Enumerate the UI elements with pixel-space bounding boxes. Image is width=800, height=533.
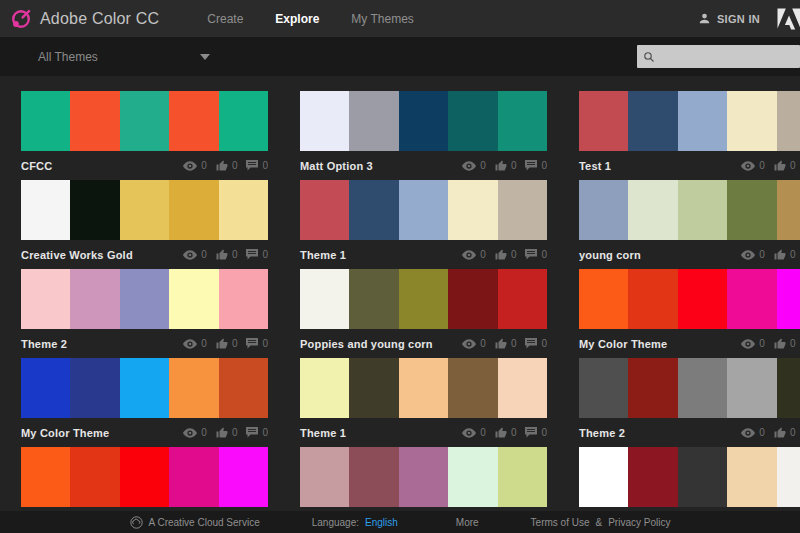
- color-swatch[interactable]: [349, 358, 398, 418]
- color-swatch[interactable]: [219, 269, 268, 329]
- color-swatch[interactable]: [169, 269, 218, 329]
- likes-stat[interactable]: 0: [216, 249, 238, 261]
- color-swatch[interactable]: [498, 91, 547, 151]
- theme-card[interactable]: Creative Works Gold 0 0: [21, 180, 268, 269]
- color-swatch[interactable]: [399, 269, 448, 329]
- theme-name[interactable]: My Color Theme: [21, 427, 109, 439]
- color-swatch[interactable]: [120, 91, 169, 151]
- theme-card[interactable]: Theme 1 0 0: [300, 358, 547, 447]
- color-swatch[interactable]: [448, 358, 497, 418]
- color-swatch[interactable]: [70, 91, 119, 151]
- color-swatch[interactable]: [448, 269, 497, 329]
- color-swatch[interactable]: [169, 180, 218, 240]
- color-swatch[interactable]: [21, 91, 70, 151]
- likes-stat[interactable]: 0: [774, 427, 796, 439]
- likes-stat[interactable]: 0: [495, 249, 517, 261]
- theme-name[interactable]: Poppies and young corn: [300, 338, 433, 350]
- more-link[interactable]: More: [456, 517, 479, 528]
- color-swatch[interactable]: [300, 269, 349, 329]
- likes-stat[interactable]: 0: [216, 427, 238, 439]
- privacy-policy-link[interactable]: Privacy Policy: [608, 517, 670, 528]
- color-swatch[interactable]: [777, 447, 800, 507]
- color-swatch[interactable]: [777, 269, 800, 329]
- likes-stat[interactable]: 0: [774, 160, 796, 172]
- color-swatch[interactable]: [628, 269, 677, 329]
- color-swatch[interactable]: [777, 358, 800, 418]
- theme-name[interactable]: My Color Theme: [579, 338, 667, 350]
- color-swatch[interactable]: [399, 91, 448, 151]
- brand[interactable]: Adobe Color CC: [10, 8, 159, 30]
- nav-my-themes[interactable]: My Themes: [351, 12, 413, 26]
- theme-name[interactable]: Theme 2: [21, 338, 67, 350]
- comments-stat[interactable]: 0: [246, 249, 268, 260]
- search-input[interactable]: [659, 51, 779, 63]
- likes-stat[interactable]: 0: [774, 338, 796, 350]
- color-swatch[interactable]: [300, 91, 349, 151]
- color-swatch[interactable]: [498, 358, 547, 418]
- language-value-link[interactable]: English: [365, 517, 398, 528]
- color-swatch[interactable]: [727, 91, 776, 151]
- theme-name[interactable]: Creative Works Gold: [21, 249, 133, 261]
- color-swatch[interactable]: [727, 358, 776, 418]
- likes-stat[interactable]: 0: [495, 338, 517, 350]
- comments-stat[interactable]: 0: [525, 160, 547, 171]
- comments-stat[interactable]: 0: [246, 338, 268, 349]
- theme-name[interactable]: young corn: [579, 249, 641, 261]
- color-swatch[interactable]: [120, 269, 169, 329]
- color-swatch[interactable]: [399, 358, 448, 418]
- color-swatch[interactable]: [120, 180, 169, 240]
- color-swatch[interactable]: [70, 447, 119, 507]
- color-swatch[interactable]: [727, 269, 776, 329]
- theme-card[interactable]: My Color Theme 0 0: [579, 269, 800, 358]
- theme-card[interactable]: Matt Option 3 0 0: [300, 91, 547, 180]
- color-swatch[interactable]: [349, 91, 398, 151]
- theme-card[interactable]: Poppies and young corn 0 0: [300, 269, 547, 358]
- color-swatch[interactable]: [349, 269, 398, 329]
- color-swatch[interactable]: [727, 180, 776, 240]
- color-swatch[interactable]: [448, 180, 497, 240]
- theme-card[interactable]: young corn 0 0: [579, 180, 800, 269]
- color-swatch[interactable]: [70, 269, 119, 329]
- nav-explore[interactable]: Explore: [275, 12, 319, 26]
- theme-name[interactable]: Matt Option 3: [300, 160, 373, 172]
- color-swatch[interactable]: [21, 180, 70, 240]
- color-swatch[interactable]: [349, 447, 398, 507]
- theme-name[interactable]: Theme 1: [300, 427, 346, 439]
- theme-name[interactable]: CFCC: [21, 160, 52, 172]
- color-swatch[interactable]: [579, 447, 628, 507]
- color-swatch[interactable]: [727, 447, 776, 507]
- color-swatch[interactable]: [300, 447, 349, 507]
- theme-card[interactable]: CFCC 0 0: [21, 91, 268, 180]
- color-swatch[interactable]: [579, 91, 628, 151]
- color-swatch[interactable]: [678, 91, 727, 151]
- sign-in-button[interactable]: SIGN IN: [698, 12, 760, 25]
- comments-stat[interactable]: 0: [246, 427, 268, 438]
- color-swatch[interactable]: [120, 358, 169, 418]
- color-swatch[interactable]: [678, 447, 727, 507]
- color-swatch[interactable]: [678, 180, 727, 240]
- theme-card[interactable]: Theme 1 0 0: [300, 180, 547, 269]
- theme-name[interactable]: Test 1: [579, 160, 611, 172]
- color-swatch[interactable]: [579, 358, 628, 418]
- color-swatch[interactable]: [349, 180, 398, 240]
- color-swatch[interactable]: [579, 180, 628, 240]
- color-swatch[interactable]: [219, 447, 268, 507]
- theme-card[interactable]: 0 0 0: [579, 447, 800, 511]
- color-swatch[interactable]: [70, 358, 119, 418]
- color-swatch[interactable]: [21, 269, 70, 329]
- color-swatch[interactable]: [628, 358, 677, 418]
- color-swatch[interactable]: [628, 180, 677, 240]
- color-swatch[interactable]: [448, 91, 497, 151]
- likes-stat[interactable]: 0: [495, 160, 517, 172]
- theme-card[interactable]: 0 0 0: [300, 447, 547, 511]
- theme-card[interactable]: 0 0 0: [21, 447, 268, 511]
- color-swatch[interactable]: [169, 447, 218, 507]
- color-swatch[interactable]: [21, 447, 70, 507]
- color-swatch[interactable]: [777, 91, 800, 151]
- color-swatch[interactable]: [70, 180, 119, 240]
- theme-card[interactable]: Test 1 0 0: [579, 91, 800, 180]
- likes-stat[interactable]: 0: [495, 427, 517, 439]
- color-swatch[interactable]: [498, 447, 547, 507]
- color-swatch[interactable]: [579, 269, 628, 329]
- search-box[interactable]: [637, 45, 800, 68]
